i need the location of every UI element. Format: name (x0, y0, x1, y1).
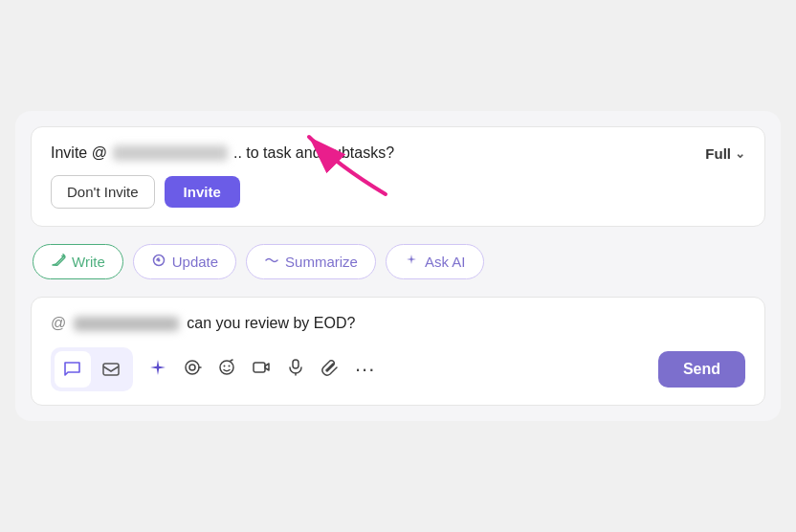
tab-summarize-label: Summarize (285, 254, 358, 270)
invite-title: Invite @ .. to task and subtasks? (51, 144, 394, 162)
svg-point-6 (220, 361, 233, 374)
compose-text: @ can you review by EOD? (51, 315, 745, 332)
invite-header: Invite @ .. to task and subtasks? Full ⌄ (51, 144, 745, 162)
svg-point-8 (229, 365, 231, 366)
tab-update[interactable]: Update (133, 244, 236, 279)
compose-card: @ can you review by EOD? (31, 297, 765, 406)
compose-message: can you review by EOD? (187, 315, 355, 332)
toolbar-icons: ··· (148, 357, 656, 382)
invite-card: Invite @ .. to task and subtasks? Full ⌄… (31, 126, 765, 227)
mic-icon[interactable] (286, 358, 305, 382)
invite-title-suffix: .. to task and subtasks? (233, 144, 394, 162)
sparkle-icon[interactable] (148, 358, 167, 382)
tab-summarize[interactable]: Summarize (246, 244, 376, 279)
video-icon[interactable] (252, 358, 271, 382)
toolbar-group-left (51, 347, 133, 391)
chevron-down-icon: ⌄ (735, 146, 745, 161)
invite-button[interactable]: Invite (165, 176, 240, 208)
send-button[interactable]: Send (658, 351, 745, 388)
at-symbol: @ (51, 315, 66, 332)
invite-title-prefix: Invite @ (51, 144, 107, 162)
svg-point-4 (186, 361, 199, 374)
svg-point-2 (157, 259, 160, 262)
email-icon-button[interactable] (93, 351, 129, 388)
chat-icon-button[interactable] (55, 351, 91, 388)
blurred-username (113, 145, 228, 161)
more-icon[interactable]: ··· (355, 357, 375, 382)
main-container: Invite @ .. to task and subtasks? Full ⌄… (15, 111, 781, 421)
compose-toolbar: ··· Send (51, 347, 745, 391)
dont-invite-button[interactable]: Don't Invite (51, 175, 155, 209)
action-tabs: Write Update Summarize (31, 240, 765, 283)
svg-rect-10 (293, 360, 298, 368)
svg-rect-9 (254, 363, 265, 372)
tab-update-label: Update (172, 254, 218, 270)
invite-actions: Don't Invite Invite (51, 175, 745, 209)
blurred-mention (74, 317, 179, 331)
askai-icon (404, 253, 419, 271)
svg-rect-3 (103, 364, 119, 375)
summarize-icon (264, 253, 279, 271)
tab-write[interactable]: Write (33, 244, 123, 279)
attachment-icon[interactable] (321, 358, 340, 382)
update-icon (151, 253, 166, 271)
tab-askai[interactable]: Ask AI (386, 244, 484, 279)
svg-point-7 (224, 365, 226, 366)
svg-point-5 (189, 365, 195, 370)
mention-search-icon[interactable] (183, 358, 202, 382)
tab-askai-label: Ask AI (425, 254, 466, 270)
emoji-icon[interactable] (217, 358, 236, 382)
tab-write-label: Write (72, 254, 105, 270)
permission-label: Full (705, 145, 731, 162)
permission-dropdown[interactable]: Full ⌄ (705, 145, 745, 162)
write-icon (51, 253, 66, 271)
